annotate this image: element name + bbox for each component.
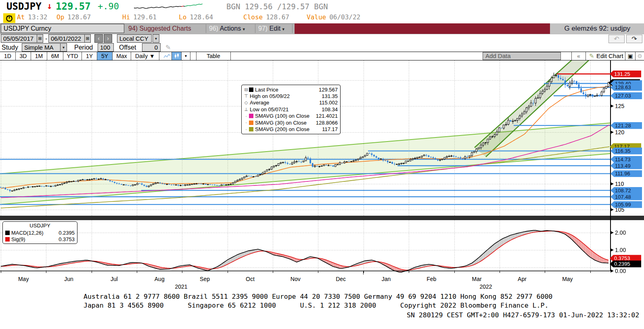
legend-rail: · [243, 127, 249, 132]
redo-button[interactable]: ↷ [626, 35, 642, 43]
calendar-icon[interactable]: ⊞ [37, 34, 43, 43]
legend-swatch [249, 121, 253, 125]
menu-separator [292, 24, 293, 33]
window-title: G elemzés 92: usdjpy [550, 23, 644, 34]
price-badge: 107.48 [611, 194, 642, 200]
field-low: Lo128.64 [179, 13, 213, 21]
price-chart-canvas[interactable] [0, 60, 610, 216]
footer-terminal-info: SN 280129 CEST GMT+2:00 H427-6579-173 01… [407, 311, 639, 319]
add-data-input[interactable]: Add Data [483, 52, 561, 60]
tab-1d[interactable]: 1D [0, 52, 16, 60]
year-label: 2022 [479, 283, 492, 290]
axis-tick-arrow [611, 208, 614, 211]
legend-value: 117.17 [322, 126, 338, 132]
price-badge: 128.63 [611, 84, 642, 91]
field-open: Op128.67 [56, 13, 91, 21]
study-select[interactable]: Simple MA [22, 43, 61, 52]
axis-tick-label: 125 [615, 103, 624, 109]
frequency-select[interactable]: Daily ▼ [131, 52, 159, 60]
tab-3d[interactable]: 3D [16, 52, 31, 60]
legend-glyph-icon: ⊥ [243, 107, 249, 112]
legend-glyph-icon: ⊤ [243, 94, 249, 99]
legend-glyph-icon: ⊟ [243, 87, 249, 92]
price-badge: 111.96 [611, 170, 642, 177]
gear-icon[interactable]: ⚙ [636, 52, 644, 60]
price-badge: 131.25 [610, 71, 641, 77]
axis-tick-arrow [611, 182, 614, 185]
edit-chart-button[interactable]: Edit Chart [596, 52, 623, 60]
macd-legend: USDJPYMACD(12,26)0.2395Sig(9)0.3753 [2, 221, 77, 244]
macd-legend-row: MACD(12,26)0.2395 [5, 229, 75, 236]
legend-label: SMAVG (30) on Close [255, 120, 316, 126]
range-next-button[interactable]: › [104, 34, 112, 43]
undo-button[interactable]: ↶ [608, 35, 625, 43]
legend-row: ⊤High on 05/09/22131.35 [243, 93, 338, 99]
menu-item-suggested-charts[interactable]: 94) Suggested Charts [128, 24, 191, 33]
legend-value: 129.567 [319, 87, 338, 93]
date-to-input[interactable]: 06/01/2022 [48, 34, 85, 43]
month-label-oct5: Oct [246, 276, 255, 282]
tab-ytd[interactable]: YTD [63, 52, 82, 60]
year-label: 2021 [175, 283, 187, 290]
legend-row: ·SMAVG (100) on Close121.4021 [243, 113, 338, 119]
month-label-may12: May [562, 276, 573, 282]
chart-type-dropdown[interactable]: ▾ [182, 52, 190, 60]
axis-tick-arrow [611, 269, 614, 273]
candle-chart-icon[interactable] [172, 52, 182, 60]
chevron-down-icon[interactable]: ▾ [153, 34, 159, 43]
legend-glyph-icon: ◇ [243, 100, 249, 105]
legend-row: ◇Average115.002 [243, 100, 338, 106]
axis-tick-label: 120 [615, 129, 624, 135]
legend-swatch [249, 114, 253, 118]
tab-5y[interactable]: 5Y [97, 52, 113, 60]
offset-input[interactable]: 0 [142, 43, 161, 52]
tab-1y[interactable]: 1Y [82, 52, 97, 60]
menu-separator [206, 24, 206, 33]
tab-6m[interactable]: 6M [47, 52, 63, 60]
legend-row: ·SMAVG (30) on Close128.8066 [243, 119, 338, 126]
chevron-down-icon[interactable]: ▾ [60, 43, 67, 52]
month-label-jul2: Jul [111, 276, 118, 282]
macd-legend-title: USDJPY [5, 223, 75, 229]
price-badge: 116.35 [611, 148, 642, 154]
month-label-apr11: Apr [518, 276, 527, 282]
macd-badge: 0.2395 [610, 260, 641, 267]
price-badge: 127.03 [611, 92, 642, 99]
bgn-quote: BGN 129.56 /129.57 BGN [226, 2, 328, 11]
legend-swatch [249, 127, 253, 131]
menu-item-edit[interactable]: 97) Edit ▾ [258, 24, 284, 33]
macd-chart-canvas[interactable] [0, 220, 610, 275]
month-label-mar10: Mar [472, 276, 482, 282]
legend-rail: · [243, 120, 249, 125]
period-input[interactable]: 100 [98, 43, 114, 52]
field-high: Hi129.61 [122, 13, 157, 21]
price-badge: 105.99 [611, 201, 642, 208]
security-symbol: USDJPY [6, 1, 42, 12]
tab-max[interactable]: Max [113, 52, 131, 60]
axis-tick-label: 2.00 [615, 229, 626, 236]
menu-item-actions[interactable]: 96) Actions ▾ [209, 24, 245, 33]
table-button[interactable]: Table [196, 52, 231, 60]
legend-rail: · [243, 114, 249, 119]
bloomberg-terminal-screen: USDJPY ↓ 129.57 +.90 BGN 129.56 /129.57 … [0, 0, 644, 329]
price-badge: 114.73 [611, 156, 642, 163]
legend-label: Low on 05/07/21 [250, 106, 322, 112]
ticker-field[interactable]: USDJPY Curncy [1, 24, 124, 33]
chart-settings-icon[interactable]: ▣ [625, 52, 636, 60]
panel-divider[interactable] [0, 216, 644, 220]
legend-value: 128.8066 [316, 120, 338, 126]
field-close: Close128.67 [243, 13, 289, 21]
axis-tick-label: 1.00 [615, 247, 626, 253]
collapse-button[interactable]: « [571, 52, 586, 60]
pencil-icon[interactable]: ✎ [165, 44, 171, 51]
chart-legend: ⊟Last Price129.567⊤High on 05/09/22131.3… [241, 85, 341, 134]
line-chart-icon[interactable] [162, 52, 172, 60]
price-change: +.90 [98, 1, 119, 11]
calendar-icon[interactable]: ⊞ [84, 34, 91, 43]
range-prev-button[interactable]: ‹ [94, 34, 103, 43]
tab-1m[interactable]: 1M [31, 52, 47, 60]
axis-tick-arrow [611, 248, 614, 252]
alarm-clock-icon [3, 13, 15, 23]
currency-select[interactable]: Local CCY [117, 34, 152, 43]
date-from-input[interactable]: 05/05/2017 [1, 34, 37, 43]
